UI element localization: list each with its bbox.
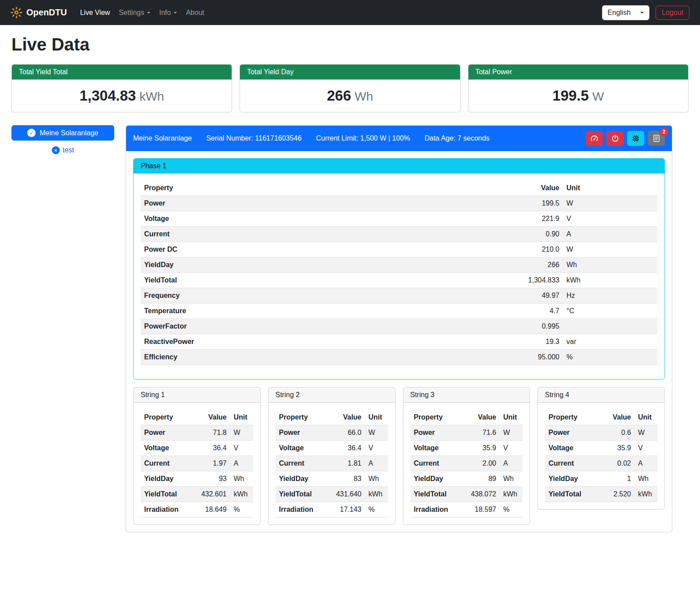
value-cell: 89 xyxy=(462,471,500,487)
column-unit: Unit xyxy=(500,410,522,425)
property-cell: YieldDay xyxy=(141,471,193,487)
inverter-data-age: Data Age: 7 seconds xyxy=(424,134,490,142)
value-cell: 2.00 xyxy=(462,456,500,471)
table-row: YieldTotal431.640kWh xyxy=(276,487,388,502)
unit-cell: Wh xyxy=(230,471,253,487)
value-cell: 1,304.833 xyxy=(506,273,563,288)
summary-card-title: Total Yield Day xyxy=(240,65,460,80)
value-cell: 1.81 xyxy=(328,456,365,471)
string-title: String 2 xyxy=(268,387,395,403)
table-header-row: Property Value Unit xyxy=(141,410,253,425)
sidebar-item-meine-solaranlage[interactable]: ✓ Meine Solaranlage xyxy=(11,125,114,141)
summary-card-total-yield-total: Total Yield Total 1,304.83kWh xyxy=(11,64,232,112)
brand[interactable]: OpenDTU xyxy=(11,7,67,18)
property-cell: Voltage xyxy=(141,211,506,227)
table-row: YieldTotal1,304.833kWh xyxy=(141,273,657,288)
unit-cell: W xyxy=(500,425,522,441)
table-row: YieldDay89Wh xyxy=(410,471,523,487)
summary-card-value: 266 xyxy=(327,87,351,104)
table-row: Power66.0W xyxy=(276,425,388,441)
limit-settings-button[interactable] xyxy=(586,131,603,146)
value-cell: 199.5 xyxy=(506,196,563,211)
property-cell: YieldDay xyxy=(410,471,463,487)
inverter-card: Meine Solaranlage Serial Number: 1161716… xyxy=(126,125,672,532)
power-icon xyxy=(611,134,619,142)
event-log-button[interactable]: 2 xyxy=(648,131,665,146)
string-card-1: String 1 Property Value Unit xyxy=(133,387,261,525)
unit-cell: W xyxy=(563,196,657,211)
string-title: String 4 xyxy=(538,387,664,403)
value-cell: 221.9 xyxy=(506,211,563,227)
property-cell: Irradiation xyxy=(141,502,193,517)
value-cell: 0.6 xyxy=(597,425,635,441)
table-row: Irradiation18.597% xyxy=(410,502,523,517)
table-row: Current0.02A xyxy=(545,456,657,471)
string-title: String 1 xyxy=(134,387,260,403)
device-info-button[interactable] xyxy=(627,131,644,146)
journal-icon xyxy=(653,134,660,142)
string-table: Property Value Unit Power66.0WVoltage36.… xyxy=(276,410,388,517)
property-cell: YieldDay xyxy=(545,471,597,487)
value-cell: 18.597 xyxy=(462,502,500,517)
value-cell: 432.601 xyxy=(193,487,230,502)
property-cell: Power DC xyxy=(141,242,506,257)
unit-cell: kWh xyxy=(563,273,657,288)
property-cell: ReactivePower xyxy=(141,334,506,350)
unit-cell: % xyxy=(500,502,522,517)
sidebar-item-test[interactable]: ✕ test xyxy=(11,146,114,154)
property-cell: Current xyxy=(141,456,193,471)
language-select[interactable]: English xyxy=(602,5,649,20)
value-cell: 18.649 xyxy=(193,502,230,517)
property-cell: PowerFactor xyxy=(141,319,506,334)
unit-cell: W xyxy=(563,242,657,257)
property-cell: Efficiency xyxy=(141,350,506,365)
phase-title: Phase 1 xyxy=(134,159,664,174)
value-cell: 35.9 xyxy=(597,441,635,456)
unit-cell: W xyxy=(365,425,388,441)
unit-cell: A xyxy=(365,456,388,471)
brand-label: OpenDTU xyxy=(26,7,67,18)
property-cell: YieldTotal xyxy=(276,487,328,502)
value-cell: 2.520 xyxy=(597,487,635,502)
table-row: YieldTotal2.520kWh xyxy=(545,487,657,502)
chevron-down-icon xyxy=(147,12,150,14)
table-row: Voltage36.4V xyxy=(276,441,388,456)
cpu-icon xyxy=(631,134,640,143)
column-value: Value xyxy=(506,181,563,196)
property-cell: Irradiation xyxy=(410,502,463,517)
table-row: YieldDay83Wh xyxy=(276,471,388,487)
value-cell: 210.0 xyxy=(506,242,563,257)
summary-card-unit: kWh xyxy=(139,90,164,103)
sidebar-item-label: test xyxy=(63,146,74,154)
nav-settings[interactable]: Settings xyxy=(114,5,155,20)
unit-cell: V xyxy=(635,441,657,456)
unit-cell: V xyxy=(365,441,388,456)
unit-cell: Wh xyxy=(365,471,388,487)
table-row: Power71.8W xyxy=(141,425,253,441)
table-header-row: Property Value Unit xyxy=(545,410,657,425)
inverter-actions: 2 xyxy=(586,131,665,146)
navbar: OpenDTU Live View Settings Info About En… xyxy=(0,0,700,25)
column-value: Value xyxy=(328,410,365,425)
string-card-2: String 2 Property Value Unit xyxy=(268,387,395,525)
nav-info[interactable]: Info xyxy=(155,5,181,20)
property-cell: YieldDay xyxy=(276,471,328,487)
table-row: Irradiation18.649% xyxy=(141,502,253,517)
column-property: Property xyxy=(141,181,506,196)
logout-button[interactable]: Logout xyxy=(656,6,689,20)
property-cell: Frequency xyxy=(141,288,506,304)
inverter-sidebar: ✓ Meine Solaranlage ✕ test xyxy=(11,125,114,154)
phase-card: Phase 1 Property Value Unit xyxy=(133,158,665,380)
chevron-down-icon xyxy=(640,12,644,14)
unit-cell: V xyxy=(500,441,522,456)
column-value: Value xyxy=(193,410,230,425)
table-row: YieldTotal438.072kWh xyxy=(410,487,523,502)
unit-cell: var xyxy=(563,334,657,350)
nav-live-view[interactable]: Live View xyxy=(76,5,114,20)
power-button[interactable] xyxy=(606,131,624,146)
nav-about[interactable]: About xyxy=(181,5,209,20)
value-cell: 0.90 xyxy=(506,227,563,242)
x-circle-icon: ✕ xyxy=(52,146,60,154)
column-value: Value xyxy=(597,410,635,425)
unit-cell: % xyxy=(230,502,253,517)
